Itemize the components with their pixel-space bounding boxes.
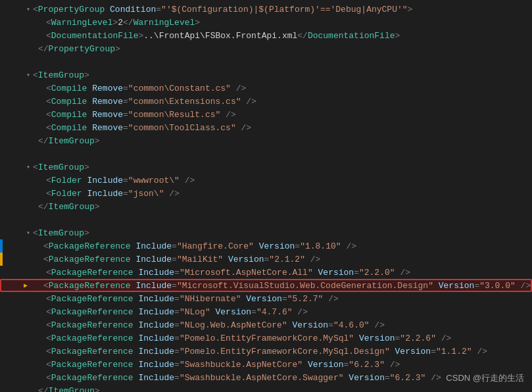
line-content-26: </ItemGroup> [33,386,100,393]
line-content-16: <PackageReference Include="Hangfire.Core… [30,241,356,251]
code-line-13: <Folder Include="json\" /> [0,187,532,200]
indicator-13 [5,187,8,200]
indicator-23 [5,345,8,358]
indicator-20 [5,305,8,318]
code-line-14: </ItemGroup> [0,200,532,213]
line-content-23: <PackageReference Include="Pomelo.Entity… [33,347,487,356]
indicator-17 [0,253,3,266]
line-content-12: <Folder Include="wwwroot\" /> [33,176,195,185]
indicator-e1 [5,55,8,68]
code-line-15: ▾ <ItemGroup> [0,226,532,239]
fold-5[interactable]: ▾ [24,71,33,79]
code-line-5: ▾ <ItemGroup> [0,68,532,82]
line-content-11: <ItemGroup> [33,162,89,172]
code-line-empty1 [0,55,532,68]
indicator-25 [5,371,8,384]
indicator-e2 [5,147,8,160]
fold-1[interactable]: ▾ [24,5,33,13]
indicator-26 [5,384,8,392]
code-line-18: <PackageReference Include="Microsoft.Asp… [0,266,532,279]
line-content-highlighted: <PackageReference Include="Microsoft.Vis… [30,281,531,291]
code-line-8: <Compile Remove="common\Result.cs" /> [0,108,532,121]
code-line-4: </PropertyGroup> [0,42,532,55]
indicator-10 [5,134,8,147]
indicator-3 [5,29,8,42]
indicator-15 [5,226,8,239]
indicator-22 [5,331,8,345]
indicator-1 [5,3,8,16]
watermark: CSDN @行走的生活 [446,372,524,384]
code-editor: ▾ <PropertyGroup Condition="'$(Configura… [0,0,532,392]
line-content-10: </ItemGroup> [33,136,100,146]
indicator-12 [5,174,8,187]
indicator-5 [5,68,8,82]
line-content-19: <PackageReference Include="NHibernate" V… [33,294,339,304]
code-line-21: <PackageReference Include="NLog.Web.AspN… [0,318,532,331]
code-line-16: <PackageReference Include="Hangfire.Core… [0,239,532,253]
line-content-6: <Compile Remove="common\Constant.cs" /> [33,84,246,93]
indicator-7 [5,95,8,108]
code-line-17: <PackageReference Include="MailKit" Vers… [0,253,532,266]
code-line-12: <Folder Include="wwwroot\" /> [0,174,532,187]
code-line-empty3 [0,213,532,226]
indicator-24 [5,358,8,371]
line-content-25: <PackageReference Include="Swashbuckle.A… [33,373,441,383]
indicator-21 [5,318,8,331]
fold-15[interactable]: ▾ [24,229,33,237]
code-line-6: <Compile Remove="common\Constant.cs" /> [0,82,532,95]
indicator-4 [5,42,8,55]
code-line-11: ▾ <ItemGroup> [0,160,532,174]
code-line-3: <DocumentationFile>..\FrontApi\FSBox.Fro… [0,29,532,42]
line-content-15: <ItemGroup> [33,228,89,238]
line-content-13: <Folder Include="json\" /> [33,189,180,199]
indicator-11 [5,160,8,174]
line-content-18: <PackageReference Include="Microsoft.Asp… [33,268,410,278]
line-content-17: <PackageReference Include="MailKit" Vers… [30,255,320,264]
line-content-9: <Compile Remove="common\ToolClass.cs" /> [33,123,251,133]
code-line-7: <Compile Remove="common\Extensions.cs" /… [0,95,532,108]
indicator-18 [5,266,8,279]
line-content-8: <Compile Remove="common\Result.cs" /> [33,110,236,120]
indicator-2 [5,16,8,29]
code-line-2: <WarningLevel>2</WarningLevel> [0,16,532,29]
indicator-9 [5,121,8,134]
code-line-22: <PackageReference Include="Pomelo.Entity… [0,331,532,345]
line-content-2: <WarningLevel>2</WarningLevel> [33,18,200,28]
line-content-22: <PackageReference Include="Pomelo.Entity… [33,333,451,343]
line-content-1: <PropertyGroup Condition="'$(Configurati… [33,5,412,14]
indicator-6 [5,82,8,95]
code-line-20: <PackageReference Include="NLog" Version… [0,305,532,318]
line-content-4: </PropertyGroup> [33,44,120,54]
code-line-highlighted: ▶ <PackageReference Include="Microsoft.V… [0,279,532,292]
indicator-19 [5,292,8,305]
code-line-24: <PackageReference Include="Swashbuckle.A… [0,358,532,371]
code-line-19: <PackageReference Include="NHibernate" V… [0,292,532,305]
line-content-7: <Compile Remove="common\Extensions.cs" /… [33,97,256,107]
indicator-e3 [5,213,8,226]
indicator-8 [5,108,8,121]
code-line-empty2 [0,147,532,160]
code-line-23: <PackageReference Include="Pomelo.Entity… [0,345,532,358]
indicator-14 [5,200,8,213]
line-content-20: <PackageReference Include="NLog" Version… [33,307,308,317]
indicator-16 [0,239,3,253]
line-content-5: <ItemGroup> [33,70,89,80]
indicator-hl [0,279,3,292]
line-content-24: <PackageReference Include="Swashbuckle.A… [33,360,400,370]
code-line-1: ▾ <PropertyGroup Condition="'$(Configura… [0,3,532,16]
fold-11[interactable]: ▾ [24,163,33,171]
line-content-14: </ItemGroup> [33,202,100,212]
code-line-9: <Compile Remove="common\ToolClass.cs" /> [0,121,532,134]
line-content-3: <DocumentationFile>..\FrontApi\FSBox.Fro… [33,31,400,41]
line-content-21: <PackageReference Include="NLog.Web.AspN… [33,320,385,330]
code-line-10: </ItemGroup> [0,134,532,147]
arrow-indicator: ▶ [21,282,30,289]
code-line-26: </ItemGroup> [0,384,532,392]
